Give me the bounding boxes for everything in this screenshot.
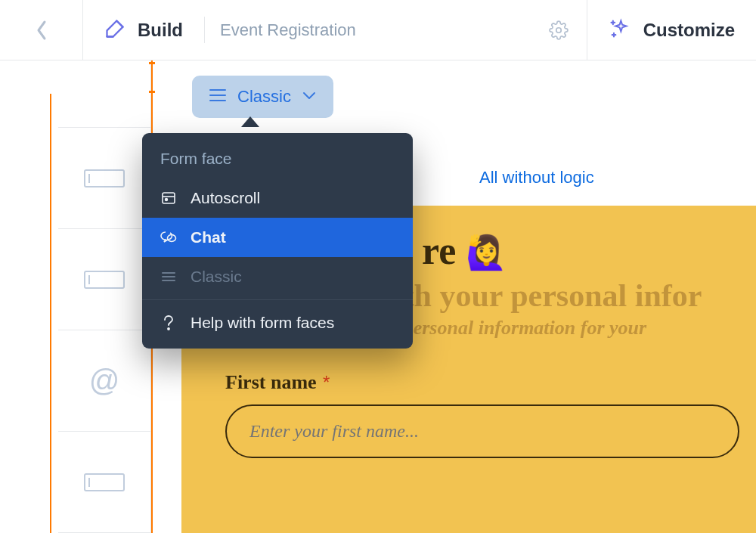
rail-item[interactable] bbox=[58, 229, 150, 330]
chevron-left-icon bbox=[35, 19, 48, 42]
left-rail: @ bbox=[0, 60, 151, 533]
form-name[interactable]: Event Registration bbox=[205, 0, 531, 60]
first-name-field: First name * bbox=[225, 371, 712, 458]
at-icon: @ bbox=[89, 364, 120, 398]
text-field-icon bbox=[84, 271, 125, 289]
form-face-dropdown: Form face Autoscroll Chat Classic bbox=[142, 133, 413, 349]
svg-point-11 bbox=[168, 328, 169, 330]
classic-lines-icon bbox=[209, 88, 227, 106]
top-toolbar: Build Event Registration Customize bbox=[0, 0, 756, 60]
customize-tab[interactable]: Customize bbox=[587, 0, 756, 60]
chevron-down-icon bbox=[302, 90, 317, 104]
chat-icon bbox=[160, 230, 177, 245]
text-field-icon bbox=[84, 169, 125, 187]
build-icon bbox=[104, 18, 125, 42]
ruler-line bbox=[50, 94, 51, 533]
dropdown-header: Form face bbox=[142, 142, 413, 178]
dropdown-item-label: Classic bbox=[191, 268, 242, 286]
wave-emoji: 🙋‍♀️ bbox=[466, 234, 507, 271]
dropdown-item-chat[interactable]: Chat bbox=[142, 218, 413, 257]
rail-item[interactable] bbox=[58, 128, 150, 229]
dropdown-item-help[interactable]: Help with form faces bbox=[142, 303, 413, 342]
ruler-tick bbox=[149, 62, 155, 64]
canvas: Classic Form face Autoscroll Chat bbox=[151, 60, 756, 533]
rail-item[interactable] bbox=[58, 432, 150, 533]
customize-label: Customize bbox=[643, 20, 735, 41]
sparkle-icon bbox=[609, 18, 630, 42]
form-heading-text: re bbox=[422, 229, 466, 272]
gear-icon bbox=[549, 20, 569, 40]
all-without-logic-link[interactable]: All without logic bbox=[479, 168, 594, 187]
dropdown-separator bbox=[142, 299, 413, 300]
first-name-label: First name bbox=[225, 371, 317, 393]
build-label: Build bbox=[138, 20, 183, 41]
form-face-selector[interactable]: Classic bbox=[192, 76, 333, 118]
form-heading: re 🙋‍♀️ bbox=[422, 228, 756, 273]
dropdown-item-classic: Classic bbox=[142, 257, 413, 296]
main-area: @ Classic Form face bbox=[0, 60, 756, 533]
ruler-tick bbox=[149, 91, 155, 93]
autoscroll-icon bbox=[160, 191, 177, 206]
first-name-input[interactable] bbox=[225, 404, 739, 458]
help-icon bbox=[160, 315, 177, 330]
rail-item[interactable] bbox=[58, 60, 150, 128]
form-face-selector-label: Classic bbox=[237, 87, 291, 107]
rail-item[interactable]: @ bbox=[58, 330, 150, 432]
settings-button[interactable] bbox=[531, 0, 587, 60]
svg-point-6 bbox=[166, 199, 168, 201]
dropdown-item-label: Autoscroll bbox=[191, 189, 260, 207]
back-button[interactable] bbox=[0, 0, 83, 60]
svg-point-0 bbox=[556, 27, 561, 33]
dropdown-item-label: Chat bbox=[191, 228, 226, 246]
classic-icon bbox=[160, 271, 177, 283]
text-field-icon bbox=[84, 473, 125, 491]
dropdown-item-label: Help with form faces bbox=[191, 314, 334, 332]
required-marker: * bbox=[323, 372, 330, 392]
build-tab[interactable]: Build bbox=[83, 0, 204, 60]
dropdown-item-autoscroll[interactable]: Autoscroll bbox=[142, 178, 413, 218]
svg-rect-4 bbox=[163, 193, 175, 203]
